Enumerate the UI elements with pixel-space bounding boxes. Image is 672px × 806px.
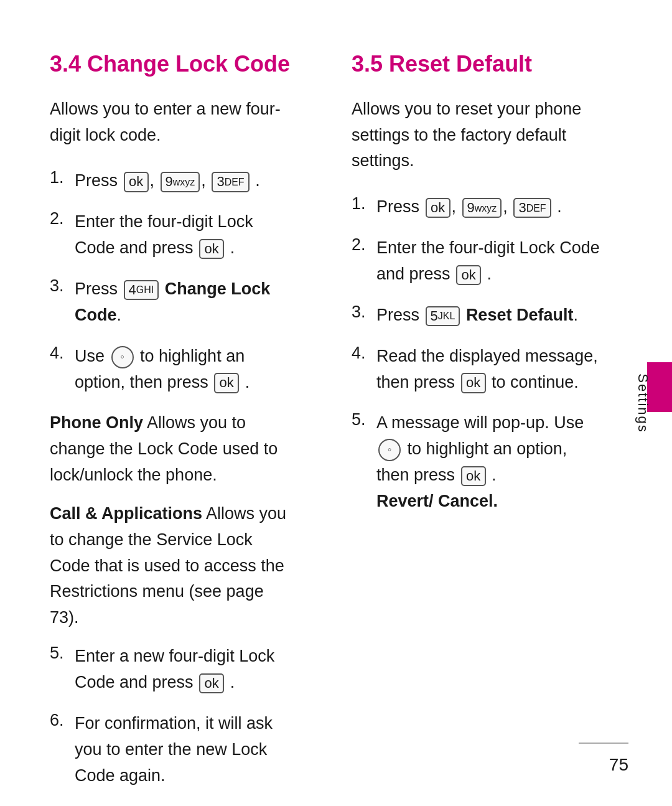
ok-key-r2: ok [456,265,481,285]
right-step-1-content: Press ok, 9wxyz, 3DEF . [376,194,562,220]
right-section-title: 3.5 Reset Default [352,50,604,79]
left-step-6: 6. For confirmation, it will ask you to … [50,711,296,789]
right-step-2-content: Enter the four-digit Lock Code and press… [376,235,604,288]
settings-bar [647,362,672,412]
left-step-3: 3. Press 4GHI Change Lock Code. [50,276,296,329]
step-num-4: 4. [50,344,75,363]
right-step-num-4: 4. [352,344,376,363]
step-6-content: For confirmation, it will ask you to ent… [75,711,296,789]
step-5-content: Enter a new four-digit Lock Code and pre… [75,644,296,696]
step-num-1: 1. [50,168,75,187]
ok-key-3: ok [214,373,239,393]
phone-only-label: Phone Only [50,413,143,432]
left-step-4: 4. Use ◦ to highlight an option, then pr… [50,344,296,396]
page-container: 3.4 Change Lock Code Allows you to enter… [0,0,672,806]
right-step-4: 4. Read the displayed message, then pres… [352,344,604,396]
sub-item-call-apps: Call & Applications Allows you to change… [50,501,296,631]
right-step-num-3: 3. [352,302,376,322]
right-column: 3.5 Reset Default Allows you to reset yo… [345,50,604,804]
settings-label: Settings [634,373,650,433]
right-step-4-content: Read the displayed message, then press o… [376,344,604,396]
step-2-content: Enter the four-digit Lock Code and press… [75,209,296,261]
right-step-num-2: 2. [352,235,376,255]
left-intro: Allows you to enter a new four-digit loc… [50,96,296,149]
right-step-num-1: 1. [352,194,376,213]
step-num-6: 6. [50,711,75,730]
page-number: 75 [609,755,628,775]
ok-key-r1: ok [426,198,450,218]
sub-item-phone-only: Phone Only Allows you to change the Lock… [50,410,296,489]
left-section-title: 3.4 Change Lock Code [50,50,296,79]
main-content: 3.4 Change Lock Code Allows you to enter… [0,0,641,806]
right-step-5-content: A message will pop-up. Use ◦ to highligh… [376,410,604,514]
3-key-r1: 3DEF [513,198,551,218]
left-step-1: 1. Press ok, 9wxyz, 3DEF . [50,168,296,194]
divider-line [579,743,628,744]
right-step-3: 3. Press 5JKL Reset Default. [352,302,604,329]
right-step-5: 5. A message will pop-up. Use ◦ to highl… [352,410,604,514]
9-key-r1: 9wxyz [462,198,502,218]
right-step-num-5: 5. [352,410,376,429]
call-apps-label: Call & Applications [50,504,202,523]
4-key: 4GHI [124,280,159,300]
right-step-3-content: Press 5JKL Reset Default. [376,302,578,329]
step-3-content: Press 4GHI Change Lock Code. [75,276,296,329]
ok-key-r4: ok [461,373,486,393]
sidebar: Settings [641,0,672,806]
nav-icon-2: ◦ [378,439,401,461]
step-1-content: Press ok, 9wxyz, 3DEF . [75,168,260,194]
right-step-1: 1. Press ok, 9wxyz, 3DEF . [352,194,604,220]
nav-icon-1: ◦ [111,346,134,368]
ok-key-2: ok [199,239,224,259]
left-step-2: 2. Enter the four-digit Lock Code and pr… [50,209,296,261]
revert-cancel-label: Revert/ Cancel. [376,492,498,510]
ok-key-r5: ok [461,466,486,486]
left-column: 3.4 Change Lock Code Allows you to enter… [50,50,308,804]
9-key-1: 9wxyz [161,172,200,192]
5-key: 5JKL [426,306,460,326]
left-step-5: 5. Enter a new four-digit Lock Code and … [50,644,296,696]
step-num-3: 3. [50,276,75,296]
right-intro: Allows you to reset your phone settings … [352,96,604,175]
step-num-2: 2. [50,209,75,228]
step-num-5: 5. [50,644,75,663]
right-step-2: 2. Enter the four-digit Lock Code and pr… [352,235,604,288]
step-4-content: Use ◦ to highlight an option, then press… [75,344,296,396]
ok-key-1: ok [124,172,149,192]
ok-key-4: ok [199,673,224,693]
3-key-1: 3DEF [212,172,249,192]
